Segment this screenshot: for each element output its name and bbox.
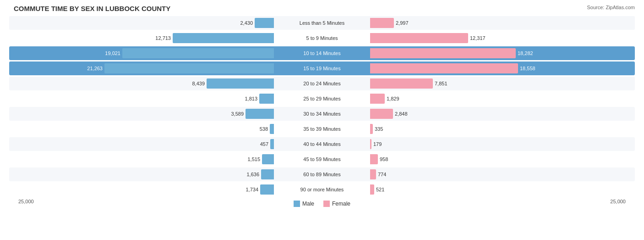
female-value: 521: [376, 187, 384, 192]
right-bar-wrap: 335: [370, 124, 544, 134]
bar-female: 1,829: [370, 94, 385, 104]
male-value: 1,734: [246, 187, 258, 192]
bar-male: 19,021: [122, 48, 274, 58]
label-cell: Less than 5 Minutes: [274, 20, 370, 26]
female-value: 12,317: [470, 35, 486, 41]
left-bar-wrap: 19,021: [100, 48, 274, 58]
female-value: 7,851: [435, 81, 448, 86]
left-bar-wrap: 457: [100, 139, 274, 149]
bar-row: 1,813 25 to 29 Minutes 1,829: [9, 92, 635, 106]
left-section: 457: [9, 139, 274, 149]
left-bar-wrap: 12,713: [100, 33, 274, 43]
legend-male: Male: [294, 201, 314, 207]
legend: Male Female: [294, 201, 350, 207]
axis-right: 25,000: [610, 199, 626, 207]
legend-female-label: Female: [332, 201, 350, 207]
label-cell: 30 to 34 Minutes: [274, 111, 370, 117]
right-section: 2,997: [370, 18, 635, 28]
label-cell: 40 to 44 Minutes: [274, 141, 370, 147]
right-section: 1,829: [370, 94, 635, 104]
left-section: 1,734: [9, 184, 274, 195]
right-section: 774: [370, 169, 635, 179]
bar-row: 8,439 20 to 24 Minutes 7,851: [9, 77, 635, 90]
bar-female: 18,282: [370, 48, 516, 58]
right-bar-wrap: 2,997: [370, 18, 544, 28]
male-value: 2,430: [240, 20, 253, 26]
right-section: 7,851: [370, 78, 635, 89]
female-value: 1,829: [387, 96, 399, 101]
label-cell: 5 to 9 Minutes: [274, 35, 370, 41]
right-bar-wrap: 521: [370, 184, 544, 195]
bar-row: 12,713 5 to 9 Minutes 12,317: [9, 31, 635, 45]
bar-male: 2,430: [255, 18, 274, 28]
left-bar-wrap: 21,263: [100, 63, 274, 73]
bar-row: 538 35 to 39 Minutes 335: [9, 122, 635, 136]
right-bar-wrap: 774: [370, 169, 544, 179]
right-section: 18,558: [370, 63, 635, 73]
legend-female: Female: [323, 201, 350, 207]
legend-male-label: Male: [302, 201, 314, 207]
bar-female: 7,851: [370, 78, 433, 89]
bar-female: 12,317: [370, 33, 468, 43]
female-value: 18,558: [520, 66, 535, 71]
right-bar-wrap: 7,851: [370, 78, 544, 89]
bar-female: 2,848: [370, 109, 393, 119]
chart-title: COMMUTE TIME BY SEX IN LUBBOCK COUNTY: [9, 5, 635, 12]
male-value: 1,636: [246, 172, 259, 177]
bar-female: 2,997: [370, 18, 394, 28]
left-bar-wrap: 1,515: [100, 154, 274, 164]
label-cell: 90 or more Minutes: [274, 187, 370, 192]
bar-male: 21,263: [104, 63, 274, 73]
right-section: 958: [370, 154, 635, 164]
bar-male: 1,636: [261, 169, 274, 179]
chart-container: COMMUTE TIME BY SEX IN LUBBOCK COUNTY So…: [0, 0, 644, 240]
right-section: 18,282: [370, 48, 635, 58]
male-value: 12,713: [155, 35, 171, 41]
bar-male: 1,813: [259, 94, 274, 104]
source-label: Source: ZipAtlas.com: [587, 5, 635, 10]
bar-row: 19,021 10 to 14 Minutes 18,282: [9, 46, 635, 60]
bar-row: 3,589 30 to 34 Minutes 2,848: [9, 107, 635, 121]
label-cell: 15 to 19 Minutes: [274, 66, 370, 71]
left-section: 1,515: [9, 154, 274, 164]
bar-male: 8,439: [207, 78, 274, 89]
male-value: 21,263: [87, 66, 103, 71]
label-cell: 35 to 39 Minutes: [274, 126, 370, 132]
female-value: 958: [380, 156, 388, 162]
left-bar-wrap: 1,636: [100, 169, 274, 179]
bar-female: 335: [370, 124, 373, 134]
female-value: 774: [378, 172, 386, 177]
right-bar-wrap: 18,282: [370, 48, 544, 58]
bar-female: 179: [370, 139, 371, 149]
female-value: 179: [373, 141, 382, 147]
right-section: 179: [370, 139, 635, 149]
right-bar-wrap: 1,829: [370, 94, 544, 104]
bar-male: 1,515: [262, 154, 274, 164]
male-value: 1,813: [245, 96, 257, 101]
bar-row: 21,263 15 to 19 Minutes 18,558: [9, 61, 635, 75]
right-section: 2,848: [370, 109, 635, 119]
bar-row: 457 40 to 44 Minutes 179: [9, 137, 635, 151]
label-cell: 25 to 29 Minutes: [274, 96, 370, 101]
left-bar-wrap: 1,734: [100, 184, 274, 195]
left-section: 12,713: [9, 33, 274, 43]
right-section: 521: [370, 184, 635, 195]
bar-female: 521: [370, 184, 374, 195]
legend-female-box: [323, 201, 330, 207]
bar-row: 1,734 90 or more Minutes 521: [9, 183, 635, 196]
left-bar-wrap: 8,439: [100, 78, 274, 89]
label-cell: 10 to 14 Minutes: [274, 50, 370, 56]
bar-male: 3,589: [246, 109, 274, 119]
right-bar-wrap: 2,848: [370, 109, 544, 119]
label-cell: 20 to 24 Minutes: [274, 81, 370, 86]
left-section: 8,439: [9, 78, 274, 89]
label-cell: 60 to 89 Minutes: [274, 172, 370, 177]
axis-labels: 25,000 Male Female 25,000: [9, 197, 635, 207]
legend-male-box: [294, 201, 300, 207]
left-bar-wrap: 3,589: [100, 109, 274, 119]
male-value: 457: [260, 141, 268, 147]
right-bar-wrap: 18,558: [370, 63, 544, 73]
left-section: 21,263: [9, 63, 274, 73]
right-section: 12,317: [370, 33, 635, 43]
left-bar-wrap: 1,813: [100, 94, 274, 104]
